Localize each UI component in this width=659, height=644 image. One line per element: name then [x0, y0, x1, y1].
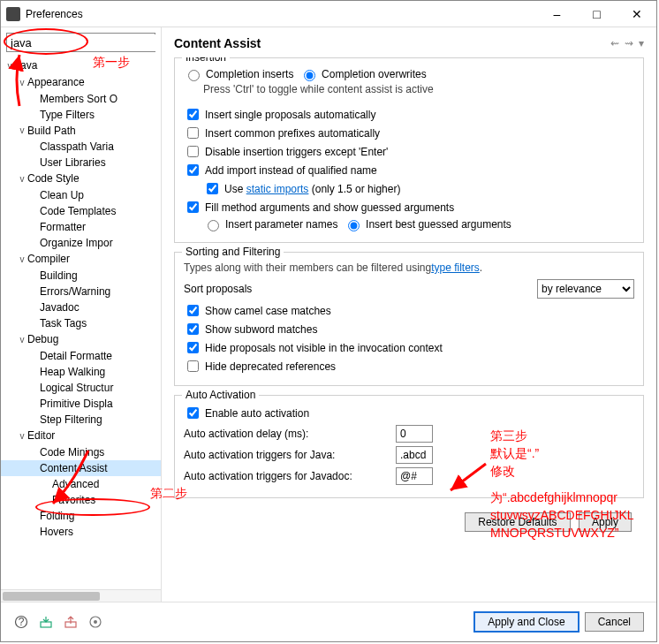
radio-param-names-label: Insert parameter names [225, 218, 337, 231]
expand-icon[interactable]: v [17, 333, 27, 347]
minimize-button[interactable]: – [537, 1, 577, 27]
cb-fill-method-args-label: Fill method arguments and show guessed a… [205, 201, 454, 214]
radio-param-names[interactable] [208, 220, 219, 231]
cb-camel-case[interactable] [187, 305, 199, 316]
tree-javadoc[interactable]: Javadoc [40, 300, 80, 314]
tree-clean-up[interactable]: Clean Up [40, 188, 84, 202]
tree-build-path[interactable]: Build Path [27, 124, 76, 138]
cb-disable-triggers[interactable] [187, 146, 199, 157]
nav-back-icon[interactable]: ⇜ [610, 37, 619, 49]
tree-folding[interactable]: Folding [40, 509, 74, 523]
tree-organize-imports[interactable]: Organize Impor [40, 236, 113, 250]
ctrl-toggle-note: Press 'Ctrl' to toggle while content ass… [203, 83, 634, 95]
help-icon[interactable]: ? [13, 614, 29, 630]
cb-add-import[interactable] [187, 164, 199, 176]
expand-icon[interactable]: v [4, 59, 15, 73]
radio-best-guessed[interactable] [348, 220, 360, 231]
cb-hide-deprecated-label: Hide deprecated references [205, 360, 336, 373]
filter-input[interactable] [7, 34, 162, 51]
group-auto-legend: Auto Activation [182, 389, 259, 401]
type-filter-note: Types along with their members can be fi… [184, 261, 634, 274]
export-prefs-icon[interactable] [63, 614, 79, 630]
cancel-button[interactable]: Cancel [585, 612, 644, 632]
cb-fill-method-args[interactable] [187, 201, 199, 213]
auto-java-label: Auto activation triggers for Java: [184, 449, 396, 461]
preferences-tree[interactable]: vJava vAppearance Members Sort O Type Fi… [1, 56, 161, 589]
group-insertion-legend: Insertion [182, 57, 230, 64]
sort-proposals-select[interactable]: by relevance [537, 279, 634, 299]
cb-insert-single[interactable] [187, 109, 199, 120]
tree-primitive-display[interactable]: Primitive Displa [40, 397, 113, 411]
auto-javadoc-label: Auto activation triggers for Javadoc: [184, 470, 396, 482]
cb-enable-auto-activation[interactable] [187, 407, 199, 419]
nav-dropdown-icon[interactable]: ▾ [639, 37, 644, 49]
tree-logical-structures[interactable]: Logical Structur [40, 381, 113, 395]
auto-java-input[interactable] [396, 446, 433, 464]
tree-task-tags[interactable]: Task Tags [40, 316, 87, 330]
oomph-icon[interactable] [87, 614, 103, 630]
tree-horizontal-scrollbar[interactable] [1, 589, 161, 602]
tree-step-filtering[interactable]: Step Filtering [40, 413, 102, 427]
tree-errors-warnings[interactable]: Errors/Warning [40, 284, 110, 299]
radio-completion-overwrites[interactable] [304, 70, 315, 81]
restore-defaults-button[interactable]: Restore Defaults [465, 512, 570, 532]
app-icon [6, 7, 20, 21]
tree-compiler[interactable]: Compiler [27, 252, 70, 266]
tree-formatter[interactable]: Formatter [40, 220, 86, 234]
apply-and-close-button[interactable]: Apply and Close [473, 611, 579, 633]
tree-advanced[interactable]: Advanced [52, 477, 99, 491]
expand-icon[interactable]: v [17, 124, 27, 138]
import-prefs-icon[interactable] [38, 614, 54, 630]
tree-debug[interactable]: Debug [27, 332, 58, 346]
cb-subword[interactable] [187, 323, 199, 335]
link-type-filters[interactable]: type filters [431, 261, 480, 274]
tree-detail-formatters[interactable]: Detail Formatte [40, 349, 112, 363]
group-auto-activation: Auto Activation Enable auto activation A… [174, 395, 644, 498]
tree-building[interactable]: Building [40, 269, 78, 283]
cb-use-static-imports-label: Use static imports (only 1.5 or higher) [224, 183, 400, 195]
tree-hovers[interactable]: Hovers [40, 525, 73, 539]
svg-rect-2 [41, 622, 51, 627]
expand-icon[interactable]: v [17, 253, 27, 267]
cb-subword-label: Show subword matches [205, 323, 317, 336]
tree-code-style[interactable]: Code Style [27, 171, 80, 186]
window-title: Preferences [26, 8, 537, 20]
cb-enable-auto-label: Enable auto activation [205, 407, 309, 420]
cb-camel-case-label: Show camel case matches [205, 305, 331, 317]
tree-appearance[interactable]: Appearance [27, 75, 85, 89]
tree-members-sort[interactable]: Members Sort O [40, 92, 117, 106]
tree-type-filters[interactable]: Type Filters [40, 108, 95, 122]
expand-icon[interactable]: v [17, 429, 27, 443]
auto-delay-label: Auto activation delay (ms): [184, 428, 396, 440]
cb-insert-single-label: Insert single proposals automatically [205, 109, 375, 121]
link-static-imports[interactable]: static imports [246, 183, 309, 195]
radio-completion-inserts-label: Completion inserts [206, 68, 293, 80]
maximize-button[interactable]: □ [577, 1, 617, 27]
tree-code-templates[interactable]: Code Templates [40, 204, 117, 218]
tree-java[interactable]: Java [15, 58, 37, 72]
expand-icon[interactable]: v [17, 172, 27, 186]
tree-content-assist[interactable]: Content Assist [40, 461, 108, 475]
auto-javadoc-input[interactable] [396, 467, 433, 485]
radio-completion-inserts[interactable] [188, 70, 200, 81]
expand-icon[interactable]: v [17, 76, 27, 90]
tree-user-libraries[interactable]: User Libraries [40, 155, 106, 170]
auto-delay-input[interactable] [396, 425, 433, 443]
cb-insert-common[interactable] [187, 127, 199, 139]
page-title: Content Assist [174, 36, 605, 50]
cb-hide-deprecated[interactable] [187, 360, 199, 372]
close-button[interactable]: ✕ [617, 1, 656, 27]
apply-button[interactable]: Apply [579, 512, 632, 532]
tree-editor[interactable]: Editor [27, 428, 55, 443]
nav-forward-icon[interactable]: ⇝ [625, 37, 633, 49]
sort-proposals-label: Sort proposals [184, 283, 252, 295]
tree-favorites[interactable]: Favorites [52, 493, 95, 507]
svg-point-5 [94, 620, 97, 624]
radio-best-guessed-label: Insert best guessed arguments [366, 218, 511, 231]
cb-hide-invocation[interactable] [187, 342, 199, 353]
filter-search[interactable]: ✕ [6, 33, 155, 52]
cb-use-static-imports[interactable] [207, 183, 218, 194]
tree-classpath-var[interactable]: Classpath Varia [40, 140, 114, 154]
tree-code-minings[interactable]: Code Minings [40, 445, 104, 459]
tree-heap-walking[interactable]: Heap Walking [40, 365, 105, 379]
